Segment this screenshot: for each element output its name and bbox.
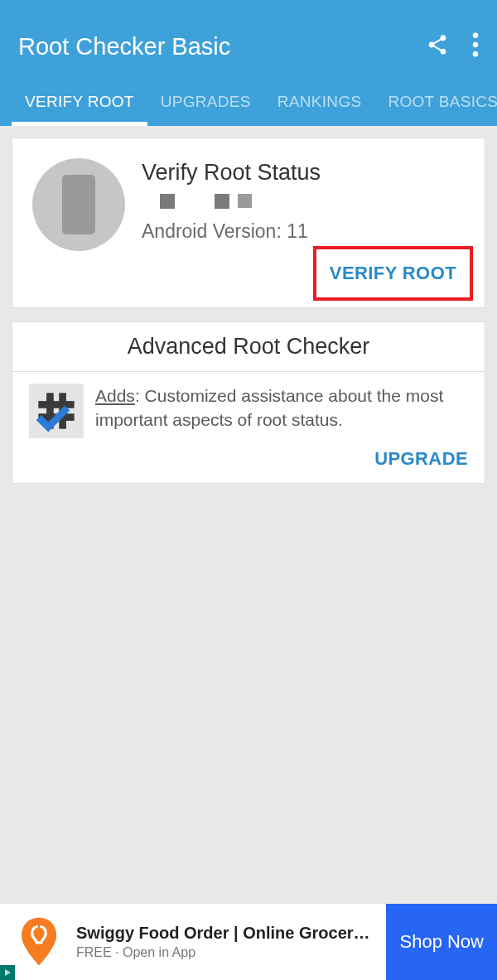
verify-top-row: Verify Root Status Android Version: 11 bbox=[32, 158, 465, 251]
tabs-bar: VERIFY ROOT UPGRADES RANKINGS ROOT BASIC… bbox=[0, 76, 497, 126]
more-menu-icon[interactable] bbox=[472, 32, 479, 60]
upgrade-button[interactable]: UPGRADE bbox=[374, 448, 468, 470]
android-version-label: Android Version: 11 bbox=[142, 220, 465, 243]
content-area: Verify Root Status Android Version: 11 V… bbox=[0, 126, 497, 509]
verify-title: Verify Root Status bbox=[142, 160, 465, 186]
loading-indicator bbox=[160, 194, 465, 209]
advanced-card-body: Adds: Customized assistance about the mo… bbox=[12, 372, 485, 442]
advanced-card-header: Advanced Root Checker bbox=[12, 322, 485, 372]
svg-point-0 bbox=[473, 33, 479, 39]
ad-subtitle: FREE · Open in App bbox=[76, 945, 376, 960]
ad-text: Swiggy Food Order | Online Grocery … FRE… bbox=[66, 924, 386, 960]
upgrade-button-row: UPGRADE bbox=[12, 442, 485, 483]
ad-logo-icon bbox=[12, 915, 66, 969]
hash-check-icon bbox=[29, 384, 84, 438]
share-icon[interactable] bbox=[426, 33, 449, 60]
header-actions bbox=[426, 32, 479, 60]
device-avatar-icon bbox=[32, 158, 125, 251]
verify-info: Verify Root Status Android Version: 11 bbox=[142, 158, 465, 251]
ad-title: Swiggy Food Order | Online Grocery … bbox=[76, 924, 376, 943]
ad-banner[interactable]: Swiggy Food Order | Online Grocery … FRE… bbox=[0, 904, 497, 980]
adds-label: Adds bbox=[95, 386, 135, 405]
advanced-description: Adds: Customized assistance about the mo… bbox=[95, 384, 468, 438]
loading-dot bbox=[215, 194, 229, 209]
advanced-root-card: Advanced Root Checker Adds: Customized a… bbox=[12, 321, 485, 484]
verify-root-button[interactable]: VERIFY ROOT bbox=[318, 254, 468, 292]
ad-indicator-icon bbox=[0, 965, 15, 980]
svg-point-1 bbox=[473, 42, 479, 48]
phone-icon bbox=[62, 175, 95, 234]
app-header: Root Checker Basic VERIFY ROOT UPGRADES … bbox=[0, 0, 497, 126]
loading-dot bbox=[160, 194, 175, 209]
advanced-desc-text: : Customized assistance about the most i… bbox=[95, 386, 443, 429]
loading-dot bbox=[238, 194, 252, 208]
verify-button-highlight: VERIFY ROOT bbox=[313, 246, 473, 301]
svg-point-2 bbox=[473, 51, 479, 57]
verify-root-card: Verify Root Status Android Version: 11 V… bbox=[12, 138, 485, 308]
tab-rankings[interactable]: RANKINGS bbox=[264, 93, 375, 126]
tab-verify-root[interactable]: VERIFY ROOT bbox=[12, 93, 147, 126]
header-top: Root Checker Basic bbox=[0, 0, 497, 76]
tab-root-basics[interactable]: ROOT BASICS bbox=[374, 93, 497, 126]
advanced-title: Advanced Root Checker bbox=[21, 334, 476, 360]
ad-shop-now-button[interactable]: Shop Now bbox=[386, 904, 497, 980]
app-title: Root Checker Basic bbox=[18, 33, 230, 60]
tab-upgrades[interactable]: UPGRADES bbox=[147, 93, 264, 126]
